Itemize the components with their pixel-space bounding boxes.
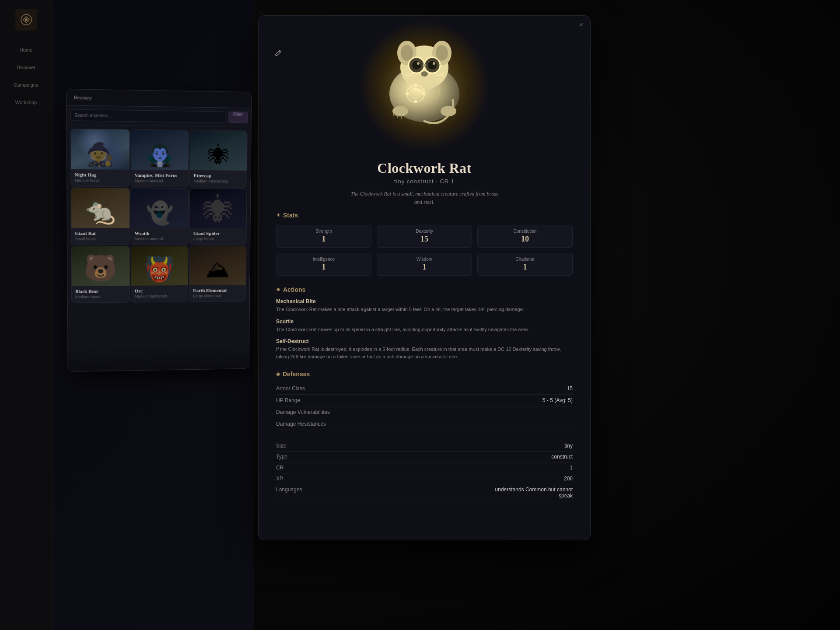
creature-description: The Clockwork Rat is a small, mechanical… — [350, 190, 499, 206]
creature-image-container — [259, 16, 590, 156]
armor-class-label: Armor Class — [276, 385, 305, 392]
svg-point-14 — [433, 62, 435, 65]
action-scuttle-desc: The Clockwork Rat moves up to its speed … — [276, 326, 573, 333]
detail-scroll-area[interactable]: × — [259, 16, 590, 540]
monster-name-ettercap: Ettercap — [193, 173, 243, 178]
sidebar-item-home[interactable]: Home — [7, 43, 46, 57]
stat-charisma-label: Charisma — [480, 257, 570, 262]
svg-point-30 — [432, 90, 434, 93]
svg-rect-26 — [406, 92, 409, 95]
monster-type-ettercap: Medium monstrosity — [193, 179, 243, 184]
svg-point-31 — [392, 106, 408, 116]
monster-name-night-hag: Night Hag — [75, 172, 126, 178]
svg-point-8 — [436, 45, 448, 61]
stat-strength-label: Strength — [278, 229, 369, 234]
stat-wisdom-label: Wisdom — [379, 257, 470, 262]
panel-header: Bestiary — [66, 89, 251, 108]
action-self-destruct-desc: If the Clockwork Rat is destroyed, it ex… — [276, 346, 573, 360]
stat-wisdom-value: 1 — [379, 262, 470, 272]
creature-subtitle: tiny construct · CR 1 — [259, 178, 590, 185]
defense-armor-class: Armor Class 15 — [276, 383, 573, 395]
basic-languages: Languages understands Common but cannot … — [276, 484, 573, 501]
monster-type-giant-rat: Small beast — [75, 237, 126, 241]
monster-name-vampire: Vampire, Mist Form — [135, 172, 185, 178]
monster-card-black-bear[interactable]: Black Bear Medium beast — [71, 246, 130, 303]
monster-card-vampire[interactable]: Vampire, Mist Form Medium undead — [130, 129, 189, 187]
basic-xp: XP 200 — [276, 473, 573, 484]
sidebar: Home Discover Campaigns Workshop — [0, 0, 52, 630]
edit-icon[interactable] — [274, 49, 282, 59]
damage-resistances-label: Damage Resistances — [276, 421, 326, 427]
svg-point-32 — [441, 106, 456, 116]
action-scuttle: Scuttle The Clockwork Rat moves up to it… — [276, 318, 573, 333]
svg-point-13 — [417, 62, 420, 65]
stat-intelligence: Intelligence 1 — [276, 253, 371, 276]
monster-card-orc[interactable]: Orc Medium humanoid — [131, 246, 189, 303]
monster-card-giant-spider[interactable]: Giant Spider Large beast — [189, 188, 247, 245]
stat-constitution-label: Constitution — [480, 229, 570, 234]
stat-dexterity: Dexterity 15 — [377, 225, 472, 248]
stat-dexterity-value: 15 — [379, 234, 470, 244]
monster-image-giant-spider — [190, 189, 246, 228]
monster-image-ettercap — [190, 130, 247, 171]
app-logo — [15, 9, 37, 31]
svg-point-11 — [412, 61, 421, 70]
monster-type-orc: Medium humanoid — [135, 294, 185, 299]
svg-rect-25 — [414, 100, 417, 103]
cr-value: 1 — [570, 465, 573, 471]
monster-type-wraith: Medium undead — [135, 237, 185, 241]
basic-type: Type construct — [276, 452, 573, 462]
monster-name-wraith: Wraith — [135, 231, 185, 236]
monster-image-night-hag — [71, 129, 129, 170]
stat-charisma: Charisma 1 — [477, 253, 573, 276]
action-scuttle-name: Scuttle — [276, 318, 573, 325]
hp-range-label: HP Range — [276, 397, 300, 403]
basic-cr: CR 1 — [276, 462, 573, 473]
languages-value: understands Common but cannot speak — [485, 486, 573, 499]
monster-image-earth-elemental — [189, 246, 246, 285]
size-value: tiny — [564, 443, 573, 449]
damage-vulnerabilities-label: Damage Vulnerabilities — [276, 409, 330, 415]
creature-name: Clockwork Rat — [259, 160, 590, 176]
defenses-title: Defenses — [276, 371, 573, 378]
stat-dexterity-label: Dexterity — [379, 229, 470, 234]
search-input[interactable]: Search monsters... — [70, 109, 226, 123]
svg-rect-24 — [414, 84, 417, 87]
detail-columns: Stats Strength 1 Dexterity 15 — [276, 212, 573, 371]
filter-button[interactable]: Filter — [228, 112, 248, 123]
stat-constitution-value: 10 — [480, 234, 570, 244]
creature-detail-panel: × — [258, 15, 591, 540]
action-self-destruct: Self-Destruct If the Clockwork Rat is de… — [276, 338, 573, 360]
monster-type-giant-spider: Large beast — [193, 237, 243, 241]
stats-section: Stats Strength 1 Dexterity 15 — [276, 212, 573, 276]
monster-type-vampire: Medium undead — [135, 178, 185, 183]
actions-title: Actions — [276, 286, 573, 293]
monster-name-giant-rat: Giant Rat — [75, 231, 126, 236]
monster-card-earth-elemental[interactable]: Earth Elemental Large elemental — [189, 246, 246, 302]
action-mechanical-bite-name: Mechanical Bite — [276, 298, 573, 304]
monster-image-vampire — [131, 130, 189, 170]
monster-image-giant-rat — [71, 188, 130, 228]
svg-point-7 — [401, 45, 413, 61]
monster-card-giant-rat[interactable]: Giant Rat Small beast — [71, 188, 130, 245]
monster-card-ettercap[interactable]: Ettercap Medium monstrosity — [189, 130, 247, 188]
monster-card-wraith[interactable]: Wraith Medium undead — [130, 188, 189, 245]
monster-name-black-bear: Black Bear — [75, 288, 126, 294]
stat-charisma-value: 1 — [480, 262, 570, 272]
basic-size: Size tiny — [276, 441, 573, 452]
actions-section: Actions Mechanical Bite The Clockwork Ra… — [276, 286, 573, 360]
defenses-section: Defenses Armor Class 15 HP Range 5 - 5 (… — [276, 371, 573, 430]
svg-point-16 — [421, 71, 428, 77]
monster-type-night-hag: Medium fiend — [75, 178, 126, 183]
sidebar-item-campaigns[interactable]: Campaigns — [7, 78, 46, 92]
monster-type-black-bear: Medium beast — [75, 294, 126, 299]
monster-card-night-hag[interactable]: Night Hag Medium fiend — [70, 129, 130, 187]
svg-point-1 — [25, 18, 28, 21]
stat-wisdom: Wisdom 1 — [377, 253, 472, 276]
action-self-destruct-name: Self-Destruct — [276, 338, 573, 344]
sidebar-item-discover[interactable]: Discover — [7, 60, 46, 74]
close-button[interactable]: × — [579, 21, 583, 29]
creature-image — [368, 21, 481, 150]
defense-damage-resistances: Damage Resistances — [276, 418, 573, 430]
sidebar-item-workshop[interactable]: Workshop — [7, 95, 46, 109]
